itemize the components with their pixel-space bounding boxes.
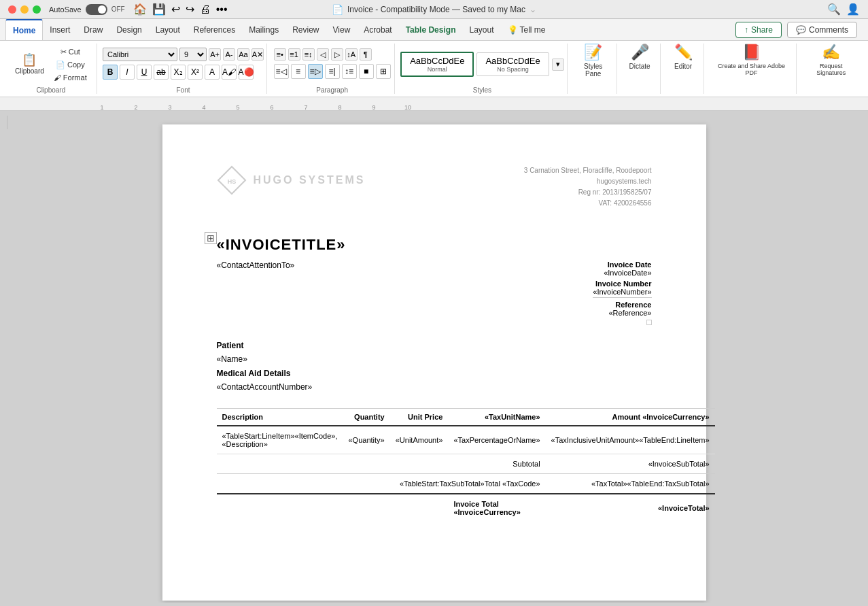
align-center-button[interactable]: ≡ xyxy=(291,64,306,79)
highlight-button[interactable]: A🖌 xyxy=(222,65,237,80)
invoice-title[interactable]: «INVOICETITLE» xyxy=(217,236,652,254)
cut-button[interactable]: ✂ Cut xyxy=(50,46,91,58)
ruler-mark: 8 xyxy=(338,104,341,111)
tab-review[interactable]: Review xyxy=(285,19,326,40)
decrease-font-button[interactable]: A- xyxy=(223,48,235,61)
print-icon[interactable]: 🖨 xyxy=(200,3,211,16)
tab-layout-2[interactable]: Layout xyxy=(462,19,500,40)
company-logo: HS xyxy=(217,165,247,195)
titlebar: AutoSave OFF 🏠 💾 ↩ ↪ 🖨 ••• 📄 Invoice - C… xyxy=(0,0,868,19)
justify-button[interactable]: ≡| xyxy=(325,64,340,79)
change-case-button[interactable]: Aa xyxy=(237,48,249,61)
home-icon[interactable]: 🏠 xyxy=(133,3,147,16)
profile-icon[interactable]: 👤 xyxy=(846,3,860,16)
bullets-button[interactable]: ≡• xyxy=(274,48,286,61)
paste-icon: 📋 xyxy=(22,54,37,66)
bold-button[interactable]: B xyxy=(103,65,118,80)
ruler-mark: 3 xyxy=(168,104,171,111)
clipboard-label: Clipboard xyxy=(36,85,65,94)
add-content-button[interactable]: ⊞ xyxy=(205,232,217,244)
styles-pane-icon: 📝 xyxy=(584,44,602,61)
styles-group: AaBbCcDdEe Normal AaBbCcDdEe No Spacing … xyxy=(398,44,568,94)
styles-expand-button[interactable]: ▾ xyxy=(552,58,564,71)
strikethrough-button[interactable]: ab xyxy=(154,65,169,80)
maximize-button[interactable] xyxy=(33,5,41,14)
tax-row: «TableStart:TaxSubTotal»Total «TaxCode» … xyxy=(217,473,715,494)
text-color-button[interactable]: A xyxy=(205,65,220,80)
borders-button[interactable]: ⊞ xyxy=(376,64,391,79)
autosave-toggle[interactable] xyxy=(86,4,107,15)
font-family-select[interactable]: Calibri xyxy=(103,48,177,61)
subscript-button[interactable]: X₂ xyxy=(171,65,186,80)
tab-table-design[interactable]: Table Design xyxy=(399,19,463,40)
styles-label: Styles xyxy=(473,85,491,94)
font-size-select[interactable]: 9 xyxy=(179,48,207,61)
increase-font-button[interactable]: A+ xyxy=(209,48,221,61)
tab-tell-me[interactable]: 💡 Tell me xyxy=(501,19,553,40)
search-icon[interactable]: 🔍 xyxy=(827,3,841,16)
redo-icon[interactable]: ↪ xyxy=(186,3,194,16)
title-text: Invoice - Compatibility Mode — Saved to … xyxy=(347,5,525,14)
styles-pane-label[interactable]: Styles Pane xyxy=(576,63,611,78)
logo-area: HS HUGO SYSTEMS xyxy=(217,165,366,195)
line-spacing-button[interactable]: ↕≡ xyxy=(342,64,357,79)
adobe-group: 📕 Create and Share Adobe PDF xyxy=(707,44,797,94)
more-options-icon[interactable]: ••• xyxy=(216,3,228,16)
copy-button[interactable]: 📄 Copy xyxy=(50,59,91,71)
decrease-indent-button[interactable]: ◁ xyxy=(317,48,329,61)
invoice-number-value: «InvoiceNumber» xyxy=(593,288,651,296)
underline-button[interactable]: U xyxy=(137,65,152,80)
tab-home[interactable]: Home xyxy=(5,19,43,40)
vertical-ruler xyxy=(7,116,7,132)
tab-layout[interactable]: Layout xyxy=(149,19,187,40)
tab-acrobat[interactable]: Acrobat xyxy=(357,19,398,40)
shading-button[interactable]: ■ xyxy=(359,64,374,79)
italic-button[interactable]: I xyxy=(120,65,135,80)
increase-indent-button[interactable]: ▷ xyxy=(331,48,343,61)
save-icon[interactable]: 💾 xyxy=(152,3,166,16)
tab-references[interactable]: References xyxy=(187,19,242,40)
document-area[interactable]: ⊞ HS HUGO SYSTEMS 3 Carnation Street, Fl… xyxy=(0,111,868,603)
multilevel-list-button[interactable]: ≡↕ xyxy=(302,48,315,61)
tab-insert[interactable]: Insert xyxy=(43,19,77,40)
signatures-label[interactable]: Request Signatures xyxy=(805,63,857,76)
cell-unit-price: «UnitAmount» xyxy=(390,426,449,454)
superscript-button[interactable]: X² xyxy=(188,65,203,80)
invoice-total-value: «InvoiceTotal» xyxy=(546,494,715,522)
adobe-label[interactable]: Create and Share Adobe PDF xyxy=(712,63,791,76)
close-button[interactable] xyxy=(8,5,16,14)
editor-label[interactable]: Editor xyxy=(674,63,692,70)
font-group: Calibri 9 A+ A- Aa A✕ B I U ab X₂ X² xyxy=(100,44,268,94)
font-color-button[interactable]: A🔴 xyxy=(239,65,254,80)
ruler-mark: 5 xyxy=(236,104,239,111)
comments-button[interactable]: 💬 Comments xyxy=(787,22,857,38)
share-button[interactable]: ↑ Share xyxy=(735,22,782,38)
format-painter-button[interactable]: 🖌 Format xyxy=(50,72,91,83)
undo-icon[interactable]: ↩ xyxy=(171,3,180,16)
align-right-button[interactable]: ≡▷ xyxy=(308,64,323,79)
align-left-button[interactable]: ≡◁ xyxy=(274,64,289,79)
share-icon: ↑ xyxy=(744,25,748,35)
document-page[interactable]: ⊞ HS HUGO SYSTEMS 3 Carnation Street, Fl… xyxy=(162,124,706,601)
show-formatting-button[interactable]: ¶ xyxy=(360,48,372,61)
cursor-box xyxy=(646,320,652,325)
minimize-button[interactable] xyxy=(20,5,29,14)
invoice-title-text: «INVOICETITLE» xyxy=(217,236,346,253)
invoice-date-value: «InvoiceDate» xyxy=(593,269,651,277)
tab-view[interactable]: View xyxy=(326,19,358,40)
tab-mailings[interactable]: Mailings xyxy=(242,19,285,40)
style-normal-card[interactable]: AaBbCcDdEe Normal xyxy=(400,52,474,77)
company-info: 3 Carnation Street, Floracliffe, Roodepo… xyxy=(524,165,652,209)
signatures-group: ✍️ Request Signatures xyxy=(799,44,863,94)
invoice-total-label: Invoice Total «InvoiceCurrency» xyxy=(448,494,545,522)
sort-button[interactable]: ↕A xyxy=(345,48,358,61)
tab-draw[interactable]: Draw xyxy=(77,19,109,40)
numbering-button[interactable]: ≡1 xyxy=(288,48,300,61)
invoice-details-right: Invoice Date «InvoiceDate» Invoice Numbe… xyxy=(593,260,651,325)
clear-format-button[interactable]: A✕ xyxy=(251,48,264,61)
tab-design[interactable]: Design xyxy=(109,19,148,40)
cell-description: «TableStart:LineItem»«ItemCode», «Descri… xyxy=(217,426,343,454)
style-no-spacing-card[interactable]: AaBbCcDdEe No Spacing xyxy=(476,52,549,76)
paste-button[interactable]: 📋 Clipboard xyxy=(11,52,48,76)
tax-label: «TableStart:TaxSubTotal»Total «TaxCode» xyxy=(390,473,546,494)
